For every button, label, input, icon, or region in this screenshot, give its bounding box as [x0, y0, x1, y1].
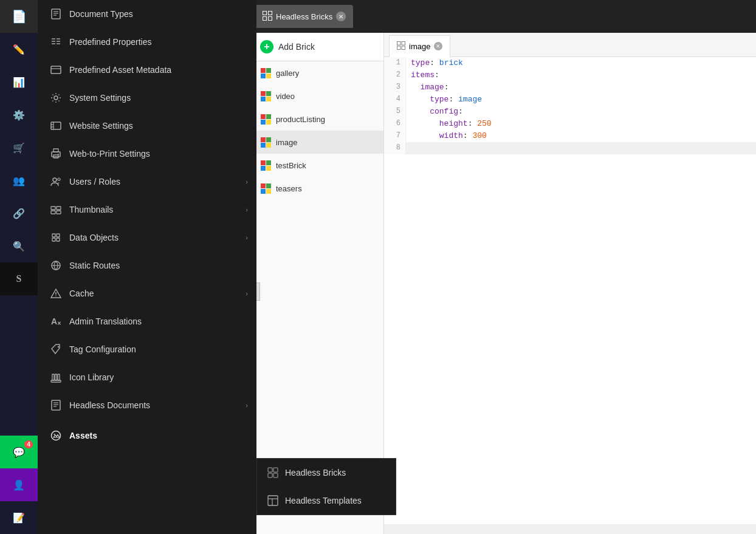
sidebar-item-settings[interactable]: ⚙️	[0, 98, 38, 131]
svg-rect-49	[268, 473, 272, 478]
sidebar-item-chat[interactable]: 💬 4	[0, 436, 38, 468]
brick-item-teasers[interactable]: teasers	[250, 177, 383, 200]
submenu-item-headless-bricks[interactable]: Headless Bricks	[257, 459, 396, 487]
menu-item-data-objects[interactable]: Data Objects ›	[38, 224, 256, 252]
menu-item-static-routes[interactable]: Static Routes	[38, 252, 256, 279]
data-objects-icon	[50, 231, 62, 244]
image-brick-icon	[260, 137, 271, 148]
brick-item-gallery[interactable]: gallery	[250, 61, 383, 84]
icon-library-icon	[50, 371, 62, 383]
line-content-6: height: 250	[406, 118, 497, 130]
svg-rect-30	[57, 238, 60, 241]
sidebar-item-network[interactable]: 🔗	[0, 197, 38, 230]
svg-point-12	[54, 96, 58, 100]
sidebar-item-analytics[interactable]: 📊	[0, 66, 38, 98]
editor-horizontal-scrollbar[interactable]	[384, 524, 756, 534]
chat-badge: 4	[24, 440, 33, 448]
menu-item-tag-configuration-label: Tag Configuration	[69, 344, 136, 354]
brick-item-gallery-label: gallery	[276, 69, 299, 78]
sidebar-item-symfony[interactable]: S	[0, 262, 38, 295]
brick-item-video[interactable]: video	[250, 84, 383, 108]
icon-sidebar: 📄 ✏️ 📊 ⚙️ 🛒 👥 🔗 🔍 S 💬 4 👤 📝	[0, 0, 38, 534]
svg-rect-25	[51, 211, 55, 214]
svg-rect-24	[57, 207, 61, 210]
users-roles-chevron: ›	[246, 178, 248, 185]
sidebar-item-users[interactable]: 👥	[0, 164, 38, 197]
menu-item-thumbnails[interactable]: Thumbnails ›	[38, 196, 256, 224]
menu-item-admin-translations[interactable]: Aₓ Admin Translations	[38, 307, 256, 335]
menu-item-assets[interactable]: Assets	[38, 422, 256, 450]
menu-item-document-types[interactable]: Document Types	[38, 0, 256, 28]
content-area: Headless Bricks ✕ + Add Brick gallery	[250, 0, 756, 534]
brick-item-image[interactable]: image	[250, 131, 383, 154]
svg-rect-59	[402, 41, 405, 45]
svg-rect-61	[402, 46, 405, 50]
svg-rect-0	[52, 9, 60, 19]
svg-rect-57	[269, 16, 272, 20]
sidebar-item-search[interactable]: 🔍	[0, 230, 38, 262]
code-line-8: 8	[384, 142, 756, 154]
main-area: 📄 Documents → 🏠 Home + 🔗 en + 📄 de 📁	[38, 0, 756, 534]
sidebar-brand[interactable]: 📄	[0, 0, 38, 33]
line-number-8: 8	[384, 142, 406, 154]
svg-rect-27	[52, 234, 55, 237]
svg-rect-41	[52, 400, 60, 410]
menu-item-web-to-print[interactable]: Web-to-Print Settings	[38, 140, 256, 168]
svg-rect-48	[273, 468, 278, 472]
menu-item-tag-configuration[interactable]: Tag Configuration	[38, 335, 256, 363]
assets-icon	[50, 430, 62, 442]
sidebar-item-edit[interactable]: ✏️	[0, 33, 38, 66]
menu-item-icon-library[interactable]: Icon Library	[38, 363, 256, 391]
line-number-5: 5	[384, 106, 406, 118]
users-roles-icon	[50, 176, 62, 188]
brick-item-teasers-label: teasers	[276, 184, 302, 193]
edit-icon: ✏️	[13, 44, 25, 55]
tab-headless-bricks[interactable]: Headless Bricks ✕	[255, 5, 353, 28]
menu-item-predefined-asset-metadata-label: Predefined Asset Metadata	[69, 65, 171, 75]
chat-icon: 💬	[13, 447, 25, 458]
submenu-panel: Headless Bricks Headless Templates	[256, 458, 396, 515]
editor-tab-image[interactable]: image ✕	[389, 35, 450, 57]
editor-tab-close-button[interactable]: ✕	[434, 42, 442, 50]
gallery-brick-icon	[260, 67, 271, 78]
sidebar-item-shop[interactable]: 🛒	[0, 131, 38, 164]
search-icon: 🔍	[13, 241, 25, 252]
line-number-6: 6	[384, 118, 406, 130]
line-number-1: 1	[384, 57, 406, 69]
brick-item-productlisting[interactable]: productListing	[250, 108, 383, 131]
code-editor[interactable]: 1 type: brick 2 items: 3 image: 4 type: …	[384, 57, 756, 524]
code-line-3: 3 image:	[384, 81, 756, 94]
add-brick-button[interactable]: + Add Brick	[250, 33, 383, 61]
menu-item-cache[interactable]: Cache ›	[38, 279, 256, 307]
svg-point-35	[55, 295, 57, 296]
shop-icon: 🛒	[13, 142, 25, 154]
headless-bricks-submenu-icon	[267, 467, 279, 479]
cache-icon	[50, 287, 62, 300]
menu-item-headless-documents[interactable]: Headless Documents ›	[38, 391, 256, 419]
svg-rect-54	[263, 11, 267, 15]
sidebar-item-compose[interactable]: 📝	[0, 501, 38, 534]
svg-rect-39	[55, 374, 57, 380]
tab-headless-bricks-label: Headless Bricks	[276, 12, 332, 21]
tab-close-button[interactable]: ✕	[336, 12, 346, 21]
menu-item-predefined-properties[interactable]: Predefined Properties	[38, 28, 256, 56]
menu-item-system-settings[interactable]: System Settings	[38, 84, 256, 112]
sidebar-item-user-circle[interactable]: 👤	[0, 468, 38, 501]
menu-item-thumbnails-label: Thumbnails	[69, 205, 113, 214]
svg-point-36	[58, 346, 59, 347]
editor-panel: image ✕ 1 type: brick 2 items: 3	[384, 33, 756, 534]
menu-item-website-settings[interactable]: Website Settings	[38, 112, 256, 140]
system-settings-icon	[50, 92, 62, 104]
menu-item-users-roles[interactable]: Users / Roles ›	[38, 168, 256, 196]
brand-icon: 📄	[12, 9, 27, 24]
menu-item-data-objects-label: Data Objects	[69, 233, 119, 242]
headless-templates-submenu-icon	[267, 495, 279, 507]
svg-rect-26	[57, 211, 61, 214]
svg-rect-29	[52, 238, 55, 241]
line-content-5: config:	[406, 106, 468, 118]
menu-item-predefined-asset-metadata[interactable]: Predefined Asset Metadata	[38, 56, 256, 84]
submenu-item-headless-bricks-label: Headless Bricks	[285, 468, 346, 478]
svg-rect-51	[268, 496, 278, 505]
submenu-item-headless-templates[interactable]: Headless Templates	[257, 487, 396, 515]
brick-item-testbrick[interactable]: testBrick	[250, 154, 383, 177]
